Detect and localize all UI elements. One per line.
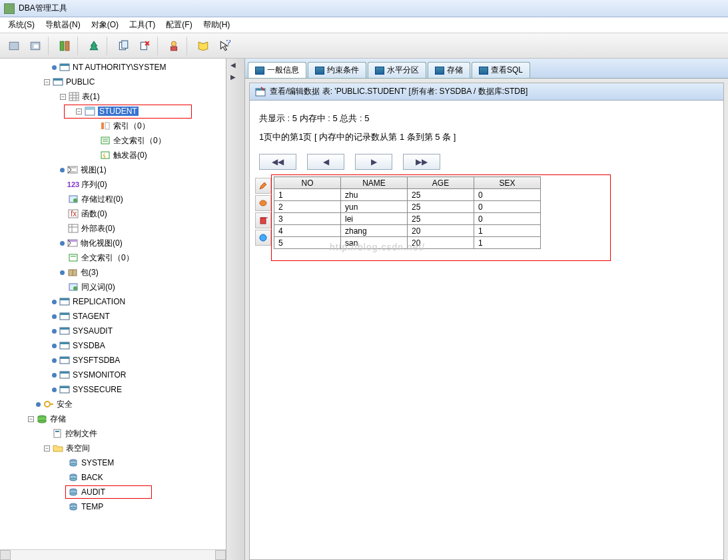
table-row[interactable]: 2yun250: [274, 201, 541, 213]
scroll-left-arrow[interactable]: [0, 550, 11, 560]
tree-sysdba[interactable]: SYSDBA: [73, 341, 105, 350]
table-cell[interactable]: 0: [474, 213, 541, 225]
tab-constraints[interactable]: 约束条件: [308, 62, 366, 78]
expand-toggle[interactable]: −: [60, 94, 66, 100]
tree-ext-tables[interactable]: 外部表(0): [81, 223, 115, 234]
table-cell[interactable]: 5: [274, 237, 341, 249]
tab-storage[interactable]: 存储: [428, 62, 470, 78]
tree-trigger[interactable]: 触发器(0): [113, 150, 147, 161]
tree-replication[interactable]: REPLICATION: [73, 297, 125, 306]
table-cell[interactable]: yun: [341, 201, 408, 213]
toolbar-help-book[interactable]: [193, 36, 213, 56]
menu-system[interactable]: 系统(S): [3, 18, 40, 32]
table-cell[interactable]: 25: [408, 201, 474, 213]
table-row[interactable]: 3lei250: [274, 213, 541, 225]
tree-controlfiles[interactable]: 控制文件: [65, 428, 97, 439]
nav-next[interactable]: ▶: [355, 154, 392, 170]
table-row[interactable]: 5san201: [274, 237, 541, 249]
expand-toggle[interactable]: −: [76, 109, 82, 115]
col-sex[interactable]: SEX: [474, 177, 541, 189]
table-cell[interactable]: 1: [274, 189, 341, 201]
tree-tables[interactable]: 表(1): [82, 91, 100, 103]
table-cell[interactable]: 0: [474, 201, 541, 213]
tree-synonyms[interactable]: 同义词(0): [81, 282, 115, 293]
col-age[interactable]: AGE: [408, 177, 474, 189]
tree-h-scrollbar[interactable]: [0, 549, 226, 560]
table-cell[interactable]: 1: [474, 237, 541, 249]
table-cell[interactable]: 2: [274, 201, 341, 213]
table-cell[interactable]: 20: [408, 225, 474, 237]
expand-toggle[interactable]: −: [44, 79, 50, 85]
col-no[interactable]: NO: [274, 177, 341, 189]
tree-fulltext[interactable]: 全文索引（0）: [113, 135, 166, 146]
tree-sysaudit[interactable]: SYSAUDIT: [73, 326, 113, 336]
toolbar-copy[interactable]: [113, 36, 133, 56]
table-cell[interactable]: 20: [408, 237, 474, 249]
tree-sequences[interactable]: 序列(0): [81, 179, 107, 190]
data-table[interactable]: NONAMEAGESEX 1zhu2502yun2503lei2504zhang…: [274, 176, 541, 249]
tab-sql[interactable]: 查看SQL: [472, 62, 530, 78]
table-cell[interactable]: 3: [274, 213, 341, 225]
toolbar-recycle[interactable]: [84, 36, 104, 56]
table-cell[interactable]: 25: [408, 213, 474, 225]
table-cell[interactable]: 25: [408, 189, 474, 201]
tree-index[interactable]: 索引（0）: [113, 121, 150, 132]
toolbar-refresh[interactable]: [55, 36, 75, 56]
splitter[interactable]: ◀ ▶: [226, 59, 245, 560]
table-cell[interactable]: 0: [474, 189, 541, 201]
nav-first[interactable]: ◀◀: [259, 154, 296, 170]
toolbar-btn-2[interactable]: [25, 36, 45, 56]
table-cell[interactable]: 4: [274, 225, 341, 237]
toolbar-delete[interactable]: [135, 36, 155, 56]
toolbar-btn-1[interactable]: [4, 36, 24, 56]
expand-toggle[interactable]: −: [28, 416, 34, 422]
tab-partition[interactable]: 水平分区: [368, 62, 426, 78]
table-cell[interactable]: zhang: [341, 225, 408, 237]
tree-ntauth[interactable]: NT AUTHORITY\SYSTEM: [73, 63, 166, 72]
scroll-right-arrow[interactable]: [215, 550, 226, 560]
tree-storage[interactable]: 存储: [50, 414, 66, 425]
tree-ts-temp[interactable]: TEMP: [81, 502, 103, 511]
col-name[interactable]: NAME: [341, 177, 408, 189]
object-tree[interactable]: NT AUTHORITY\SYSTEM −PUBLIC −表(1) −STUDE…: [0, 59, 226, 549]
tree-packages[interactable]: 包(3): [81, 267, 99, 278]
table-cell[interactable]: san: [341, 237, 408, 249]
scroll-track[interactable]: [11, 550, 215, 560]
menu-tool[interactable]: 工具(T): [124, 18, 161, 32]
tree-functions[interactable]: 函数(0): [81, 208, 107, 220]
tab-general[interactable]: 一般信息: [248, 62, 306, 78]
menu-help[interactable]: 帮助(H): [198, 18, 236, 32]
tree-views[interactable]: 视图(1): [81, 164, 107, 176]
menu-object[interactable]: 对象(O): [86, 18, 124, 32]
table-row[interactable]: 1zhu250: [274, 189, 541, 201]
nav-last[interactable]: ▶▶: [403, 154, 440, 170]
menu-config[interactable]: 配置(F): [161, 18, 197, 32]
toolbar-user[interactable]: [164, 36, 184, 56]
tree-stagent[interactable]: STAGENT: [73, 312, 110, 321]
tree-ts-back[interactable]: BACK: [81, 473, 103, 482]
tree-syssecure[interactable]: SYSSECURE: [73, 385, 122, 394]
tree-security[interactable]: 安全: [57, 399, 73, 410]
tree-ftindex2[interactable]: 全文索引（0）: [81, 252, 134, 264]
tree-ts-audit[interactable]: AUDIT: [81, 487, 105, 497]
table-cell[interactable]: lei: [341, 213, 408, 225]
edit-row-button[interactable]: [255, 178, 271, 194]
tree-tablespace[interactable]: 表空间: [66, 443, 90, 454]
tree-ts-system[interactable]: SYSTEM: [81, 458, 114, 467]
tree-student[interactable]: STUDENT: [98, 107, 139, 116]
table-cell[interactable]: zhu: [341, 189, 408, 201]
delete-row-button[interactable]: [255, 212, 271, 228]
tree-public[interactable]: PUBLIC: [66, 77, 95, 87]
splitter-right-icon[interactable]: ▶: [230, 73, 241, 84]
insert-row-button[interactable]: [255, 195, 271, 211]
table-cell[interactable]: 1: [474, 225, 541, 237]
splitter-left-icon[interactable]: ◀: [230, 61, 241, 72]
refresh-data-button[interactable]: [255, 230, 271, 246]
tree-matviews[interactable]: 物化视图(0): [81, 238, 123, 249]
tree-sysmonitor[interactable]: SYSMONITOR: [73, 370, 126, 380]
menu-navigator[interactable]: 导航器(N): [40, 18, 86, 32]
table-row[interactable]: 4zhang201: [274, 225, 541, 237]
tree-procedures[interactable]: 存储过程(0): [81, 194, 123, 205]
expand-toggle[interactable]: −: [44, 445, 50, 451]
tree-sysftsdba[interactable]: SYSFTSDBA: [73, 356, 120, 365]
